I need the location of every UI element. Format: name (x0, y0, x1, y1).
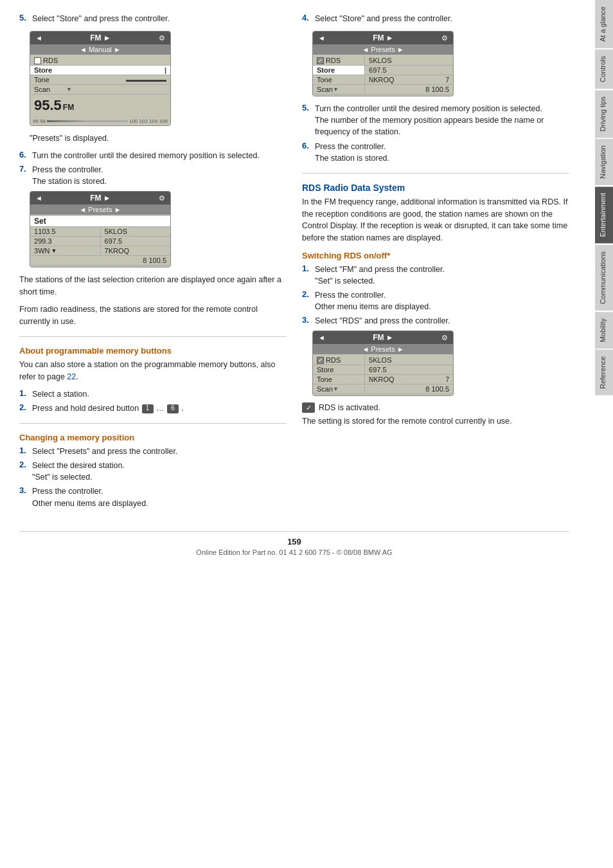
radio-settings-icon-1: ⚙ (159, 34, 165, 42)
switch-step-2-sub: Other menu items are displayed. (315, 302, 431, 311)
display3-grid: ✓ RDS Store Tone Scan ▼ (313, 56, 453, 95)
step-6-right: 6. Press the controller. The station is … (302, 141, 569, 164)
para-rds: In the FM frequency range, additional in… (302, 196, 569, 244)
radio-submenu-2: ◄ Presets ► (30, 204, 170, 215)
d3-num-7: 7 (445, 77, 449, 84)
radio-menu-rds-4: ✓ RDS (313, 356, 364, 365)
preset-2: 2 99.3 (30, 237, 100, 246)
radio-menu-tone-4: Tone (313, 375, 364, 384)
rds-activated-text: RDS is activated. (319, 403, 380, 412)
switch-step-3: 3. Select "RDS" and press the controller… (302, 315, 569, 327)
rds-checkbox-1 (34, 57, 41, 64)
step-7-sub: The station is stored. (32, 177, 107, 186)
prog-step-num-1: 1. (19, 388, 30, 398)
radio-settings-icon-4: ⚙ (441, 334, 448, 342)
freq-bar-end: 100 102 104 106 (129, 118, 168, 124)
freq-bar-start: 96 98 (33, 118, 46, 124)
d3-station-5: KLOS (373, 57, 391, 64)
sidebar-item-reference[interactable]: Reference (595, 350, 613, 395)
radio-top-bar-2: ◄ FM ► ⚙ (30, 192, 170, 204)
change-step-3: 3. Press the controller. Other menu item… (19, 485, 287, 509)
preset-5: 5 KLOS (101, 227, 171, 237)
tone-label-1: Tone (34, 76, 66, 84)
switch-step-1: 1. Select "FM" and press the controller.… (302, 264, 569, 287)
step-num-4-r: 4. (302, 13, 312, 23)
store-label-1: Store (34, 66, 66, 74)
d3-station-7: KROQ (373, 76, 394, 84)
store-value-1: | (164, 66, 166, 74)
display3-preset-6: 6 97.5 (365, 66, 453, 75)
change-step-num-3: 3. (19, 485, 30, 495)
change-step-1-text: Select "Presets" and press the controlle… (32, 446, 177, 457)
page-22-link[interactable]: 22 (67, 372, 76, 381)
sidebar-item-at-a-glance[interactable]: At a glance (595, 0, 613, 48)
side-tabs: At a glance Controls Driving tips Naviga… (589, 0, 613, 868)
left-column: 5. Select "Store" and press the controll… (19, 13, 287, 512)
preset-6: 6 97.5 (101, 237, 171, 246)
display4-preset-7: N KROQ 7 (365, 375, 453, 384)
display3-preset-7: N KROQ 7 (365, 75, 453, 85)
rds-label-3: RDS (326, 57, 341, 64)
preset-7: 7 KROQ (101, 246, 171, 256)
sidebar-item-communications[interactable]: Communications (595, 245, 613, 311)
change-step-num-2: 2. (19, 460, 30, 469)
display4-preset-8: 8 100.5 (365, 384, 453, 394)
switch-step-num-2: 2. (302, 289, 312, 299)
radio-settings-icon-2: ⚙ (159, 194, 165, 203)
freq-bar-1: 96 98 100 102 104 106 (30, 116, 170, 125)
radio-top-bar-3: ◄ FM ► ⚙ (313, 32, 453, 44)
display3-preset-8: 8 100.5 (365, 85, 453, 95)
prog-step-num-2: 2. (19, 402, 30, 412)
radio-menu-store-4: Store (313, 365, 364, 375)
change-step-2-sub: "Set" is selected. (32, 473, 93, 482)
prog-step-2: 2. Press and hold desired button 1 … 6 . (19, 402, 287, 414)
d3-nfc: N (369, 77, 373, 84)
radio-menu-tone-3: Tone (313, 75, 364, 85)
change-step-num-1: 1. (19, 446, 30, 455)
step-6-left: 6. Turn the controller until the desired… (19, 150, 287, 161)
preset-station-6: 97.5 (109, 237, 122, 245)
scan-label-3: Scan (317, 86, 333, 93)
right-column: 4. Select "Store" and press the controll… (302, 13, 569, 512)
radio-menu-list-4: ✓ RDS Store Tone Scan ▼ (313, 354, 453, 395)
radio-submenu-3: ◄ Presets ► (313, 44, 453, 55)
radio-display-3: ◄ FM ► ⚙ ◄ Presets ► ✓ RDS Store (312, 31, 454, 96)
sidebar-item-controls[interactable]: Controls (595, 50, 613, 89)
scan-label-1: Scan (34, 86, 66, 93)
prog-step-1: 1. Select a station. (19, 388, 287, 400)
radio-display-2: ◄ FM ► ⚙ ◄ Presets ► Set 1 103.5 (30, 191, 171, 267)
radio-back-arrow-3: ◄ (318, 34, 325, 42)
heading-programmable: About programmable memory buttons (19, 346, 287, 356)
sidebar-item-mobility[interactable]: Mobility (595, 312, 613, 348)
preset-station-5: KLOS (109, 228, 127, 235)
radio-menu-scan-1: Scan ▼ (30, 85, 170, 95)
button-1-icon: 1 (142, 404, 154, 413)
preset-col-left-2: 1 103.5 2 99.3 3 WN ▼ (30, 227, 100, 256)
preset-station-3: WN (38, 247, 49, 255)
sidebar-item-navigation[interactable]: Navigation (595, 139, 613, 185)
page-number: 159 (19, 537, 569, 547)
heading-changing: Changing a memory position (19, 433, 287, 442)
radio-back-arrow-2: ◄ (35, 194, 42, 202)
sidebar-item-driving-tips[interactable]: Driving tips (595, 90, 613, 138)
sidebar-item-entertainment[interactable]: Entertainment (595, 186, 613, 243)
d4-num-7: 7 (445, 376, 449, 383)
step-5-text-r: Turn the controller until the desired me… (315, 103, 569, 138)
heading-switching: Switching RDS on/off* (302, 251, 569, 260)
divider-1 (19, 336, 287, 337)
d4-station-6: 97.5 (373, 366, 386, 374)
display3-left-menu: ✓ RDS Store Tone Scan ▼ (313, 56, 364, 95)
preset-col-right-2: 5 KLOS 6 97.5 7 KROQ (100, 227, 171, 256)
rds-label-4: RDS (326, 356, 341, 364)
radio-top-bar-1: ◄ FM ► ⚙ (30, 32, 170, 44)
freq-unit-1: FM (63, 103, 74, 112)
main-content: 5. Select "Store" and press the controll… (0, 0, 589, 569)
preset-8-row: 8 100.5 (30, 256, 170, 266)
divider-2 (19, 423, 287, 424)
step-num-5-r: 5. (302, 103, 312, 113)
d4-nfc: N (369, 376, 373, 383)
radio-freq-1: 95.5 FM (30, 96, 170, 116)
switch-step-1-text: Select "FM" and press the controller. "S… (315, 264, 445, 287)
radio-menu-store-1: Store | (30, 66, 170, 75)
step-num-5: 5. (19, 13, 30, 23)
